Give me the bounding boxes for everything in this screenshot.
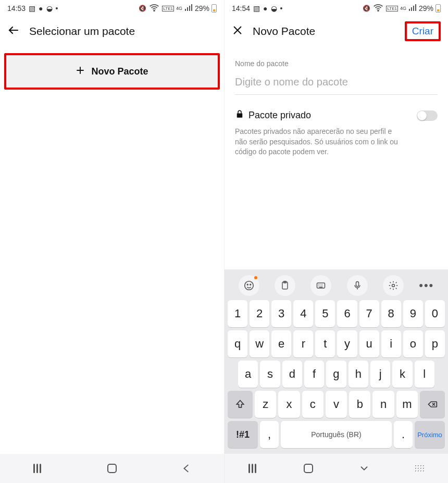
keyboard-layout-icon[interactable] [310, 275, 331, 296]
nav-recent-icon[interactable] [32, 463, 43, 474]
key-c[interactable]: c [302, 391, 323, 418]
battery-percent: 29% [419, 4, 433, 13]
key-8[interactable]: 8 [381, 300, 401, 327]
comma-key[interactable]: , [260, 421, 279, 448]
key-x[interactable]: x [278, 391, 300, 418]
cloud-icon: ◒ [271, 4, 277, 13]
key-g[interactable]: g [326, 361, 346, 388]
key-s[interactable]: s [260, 361, 280, 388]
key-1[interactable]: 1 [228, 300, 247, 327]
key-0[interactable]: 0 [425, 300, 445, 327]
battery-icon [211, 4, 217, 13]
close-icon[interactable] [232, 24, 243, 38]
key-t[interactable]: t [315, 330, 335, 357]
app-header: Selecionar um pacote [0, 17, 224, 46]
keyboard-row-1: qwertyuiop [227, 329, 446, 359]
keyboard-more-icon[interactable]: ••• [419, 279, 434, 292]
nav-recent-icon[interactable] [247, 463, 258, 474]
key-u[interactable]: u [359, 330, 379, 357]
key-j[interactable]: j [370, 361, 390, 388]
keyboard: ••• 1234567890 qwertyuiop asdfghjkl zxcv… [225, 269, 448, 454]
symbols-key[interactable]: !#1 [228, 421, 258, 448]
key-m[interactable]: m [396, 391, 418, 418]
key-h[interactable]: h [349, 361, 368, 388]
gear-icon[interactable] [383, 275, 404, 296]
clipboard-icon[interactable] [275, 275, 295, 296]
more-icon: • [56, 4, 58, 13]
space-key[interactable]: Português (BR) [281, 421, 392, 448]
battery-icon [435, 4, 441, 13]
key-o[interactable]: o [403, 330, 423, 357]
key-l[interactable]: l [415, 361, 434, 388]
nav-back-icon[interactable] [181, 463, 192, 474]
key-n[interactable]: n [372, 391, 394, 418]
key-e[interactable]: e [271, 330, 291, 357]
nav-hide-keyboard-icon[interactable] [358, 463, 370, 474]
key-r[interactable]: r [293, 330, 313, 357]
key-2[interactable]: 2 [250, 300, 269, 327]
key-4[interactable]: 4 [293, 300, 313, 327]
key-p[interactable]: p [425, 330, 445, 357]
gallery-icon: ▧ [29, 4, 35, 13]
emoji-icon[interactable] [239, 275, 259, 296]
gallery-icon: ▧ [253, 4, 260, 13]
key-z[interactable]: z [255, 391, 276, 418]
svg-point-9 [392, 284, 394, 287]
mute-icon: 🔇 [139, 5, 146, 12]
lte-indicator: LTE1 [386, 6, 398, 11]
key-i[interactable]: i [381, 330, 401, 357]
new-package-label: Novo Pacote [91, 66, 148, 77]
app-header: Novo Pacote Criar [225, 17, 448, 46]
key-w[interactable]: w [250, 330, 269, 357]
key-d[interactable]: d [282, 361, 302, 388]
backspace-key[interactable] [420, 391, 445, 418]
key-k[interactable]: k [392, 361, 412, 388]
key-a[interactable]: a [238, 361, 258, 388]
status-bar: 14:54 ▧ ● ◒ • 🔇 LTE1 4G 29% [225, 0, 448, 17]
keyboard-toolbar: ••• [227, 273, 446, 299]
more-icon: • [280, 4, 283, 13]
screen-select-package: 14:53 ▧ ● ◒ • 🔇 LTE1 4G 29% Selecionar u… [0, 0, 224, 483]
svg-point-0 [154, 10, 155, 11]
key-9[interactable]: 9 [403, 300, 423, 327]
status-time: 14:53 [7, 4, 26, 13]
screen-new-package: 14:54 ▧ ● ◒ • 🔇 LTE1 4G 29% Novo Pacote … [224, 0, 448, 483]
svg-point-4 [250, 284, 251, 285]
private-label: Pacote privado [248, 110, 311, 121]
network-indicator: 4G [176, 6, 182, 11]
plus-icon [76, 66, 85, 78]
nav-bar [225, 454, 448, 483]
key-v[interactable]: v [326, 391, 347, 418]
svg-point-3 [247, 284, 248, 285]
name-field-label: Nome do pacote [235, 59, 438, 68]
nav-home-icon[interactable] [106, 463, 118, 474]
key-b[interactable]: b [349, 391, 370, 418]
signal-icon [184, 4, 193, 13]
nav-keyboard-icon[interactable] [414, 463, 426, 474]
mic-icon[interactable] [347, 275, 368, 296]
dot-key[interactable]: . [394, 421, 413, 448]
svg-point-2 [244, 281, 253, 290]
key-3[interactable]: 3 [271, 300, 291, 327]
package-name-input[interactable] [235, 73, 438, 95]
create-button[interactable]: Criar [405, 21, 441, 41]
key-f[interactable]: f [304, 361, 324, 388]
shift-key[interactable] [228, 391, 253, 418]
key-7[interactable]: 7 [359, 300, 379, 327]
key-5[interactable]: 5 [315, 300, 335, 327]
keyboard-row-3: zxcvbnm [227, 389, 446, 419]
notification-icon: ● [39, 4, 43, 13]
key-y[interactable]: y [337, 330, 357, 357]
key-q[interactable]: q [228, 330, 247, 357]
private-description: Pacotes privados não aparecerão no seu p… [235, 127, 402, 157]
next-key[interactable]: Próximo [415, 421, 445, 448]
private-toggle[interactable] [417, 110, 438, 121]
new-package-button[interactable]: Novo Pacote [4, 53, 220, 90]
battery-percent: 29% [195, 4, 209, 13]
back-icon[interactable] [7, 24, 20, 39]
nav-home-icon[interactable] [303, 463, 314, 474]
key-6[interactable]: 6 [337, 300, 357, 327]
signal-icon [408, 4, 417, 13]
lock-icon [235, 109, 244, 121]
wifi-icon [372, 2, 384, 15]
